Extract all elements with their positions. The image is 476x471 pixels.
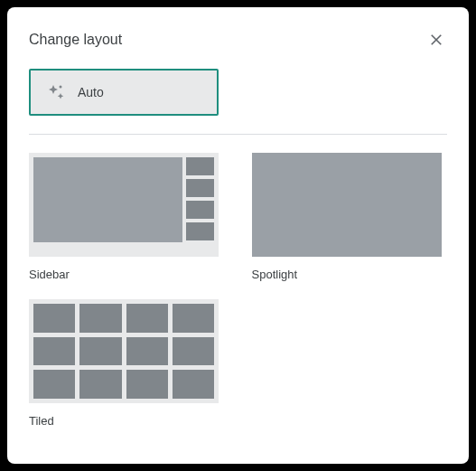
preview-tiled xyxy=(29,299,219,403)
layout-label-spotlight: Spotlight xyxy=(252,268,448,281)
close-button[interactable] xyxy=(425,29,447,51)
divider xyxy=(29,134,447,135)
change-layout-dialog: Change layout Auto Sidebar xyxy=(7,7,469,464)
svg-point-2 xyxy=(60,86,62,89)
layout-option-spotlight[interactable]: Spotlight xyxy=(252,153,448,281)
layout-option-sidebar[interactable]: Sidebar xyxy=(29,153,225,281)
preview-spotlight xyxy=(252,153,442,257)
dialog-title: Change layout xyxy=(29,32,122,48)
layout-label-tiled: Tiled xyxy=(29,414,225,428)
sparkle-icon xyxy=(45,81,67,103)
layouts-grid: Sidebar Spotlight Tiled xyxy=(29,153,447,428)
layout-option-tiled[interactable]: Tiled xyxy=(29,299,225,428)
preview-sidebar xyxy=(29,153,219,257)
close-icon xyxy=(428,32,444,48)
layout-option-auto[interactable]: Auto xyxy=(29,69,219,116)
layout-label-sidebar: Sidebar xyxy=(29,268,225,281)
dialog-header: Change layout xyxy=(29,29,447,51)
auto-label: Auto xyxy=(78,85,104,99)
